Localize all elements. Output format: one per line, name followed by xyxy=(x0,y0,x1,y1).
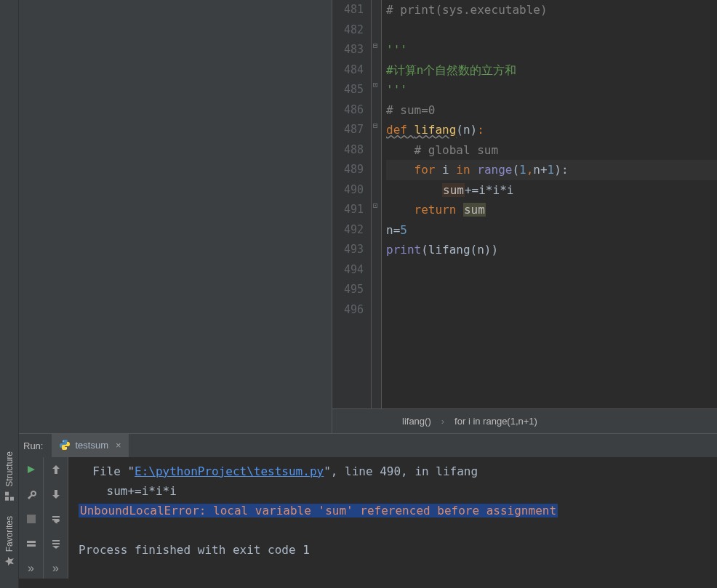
line-number[interactable]: 481 xyxy=(332,0,364,20)
scroll-to-end-icon[interactable] xyxy=(48,536,64,552)
code-line[interactable]: # global sum xyxy=(386,140,717,161)
code-line[interactable]: for i in range(1,n+1): xyxy=(386,160,717,180)
run-label: Run: xyxy=(23,440,43,451)
console-text: sum+=i*i*i xyxy=(79,484,177,498)
code-line[interactable] xyxy=(386,300,717,321)
line-number[interactable]: 482 xyxy=(332,20,364,41)
svg-rect-7 xyxy=(27,515,36,523)
line-number[interactable]: 489 xyxy=(332,160,364,180)
console-error: UnboundLocalError: local variable 'sum' … xyxy=(79,504,558,517)
svg-rect-2 xyxy=(10,497,14,501)
file-link[interactable]: E:\pythonProject\testsum.py xyxy=(135,464,324,478)
favorites-tool-tab[interactable]: Favorites xyxy=(1,509,17,573)
line-number[interactable]: 491 xyxy=(332,200,364,220)
code-line[interactable]: print(lifang(n)) xyxy=(386,240,717,260)
soft-wrap-icon[interactable] xyxy=(48,511,64,527)
close-icon[interactable]: × xyxy=(116,440,121,451)
fold-close-icon[interactable]: ⊡ xyxy=(373,201,380,207)
code-content[interactable]: # print(sys.executable)'''#计算n个自然数的立方和''… xyxy=(382,0,717,408)
svg-marker-3 xyxy=(5,557,14,565)
line-number[interactable]: 483 xyxy=(332,40,364,60)
line-number[interactable]: 492 xyxy=(332,220,364,241)
python-icon xyxy=(59,439,71,451)
structure-icon xyxy=(4,491,15,502)
run-header: Run: testsum × xyxy=(19,434,717,457)
svg-rect-0 xyxy=(5,497,9,501)
line-number[interactable]: 485 xyxy=(332,80,364,100)
structure-tool-tab[interactable]: Structure xyxy=(1,444,17,509)
structure-label: Structure xyxy=(4,451,15,487)
code-line[interactable] xyxy=(386,280,717,300)
left-tool-sidebar: Structure Favorites xyxy=(0,0,19,588)
svg-marker-12 xyxy=(52,546,60,549)
line-number-gutter[interactable]: 4814824834844854864874884894904914924934… xyxy=(332,0,372,408)
chevron-right-icon: › xyxy=(441,416,444,427)
code-line[interactable]: def lifang(n): xyxy=(386,120,717,140)
code-line[interactable]: return sum xyxy=(386,200,717,220)
line-number[interactable]: 487 xyxy=(332,120,364,140)
run-config-tab[interactable]: testsum × xyxy=(52,434,128,457)
svg-marker-6 xyxy=(28,466,35,473)
breadcrumb-bar: lifang() › for i in range(1,n+1) xyxy=(332,408,717,433)
more-icon[interactable]: » xyxy=(23,560,39,576)
line-number[interactable]: 494 xyxy=(332,260,364,281)
line-number[interactable]: 484 xyxy=(332,60,364,81)
arrow-down-icon[interactable] xyxy=(48,486,64,502)
run-tab-name: testsum xyxy=(75,440,108,451)
svg-point-5 xyxy=(66,448,67,448)
code-line[interactable]: sum+=i*i*i xyxy=(386,180,717,201)
line-number[interactable]: 493 xyxy=(332,240,364,260)
breadcrumb-item[interactable]: lifang() xyxy=(402,416,431,427)
console-text: File " xyxy=(79,464,135,478)
favorites-label: Favorites xyxy=(4,516,15,552)
fold-open-icon[interactable]: ⊟ xyxy=(373,121,380,127)
code-line[interactable]: # print(sys.executable) xyxy=(386,0,717,20)
code-line[interactable]: n=5 xyxy=(386,220,717,241)
code-line[interactable] xyxy=(386,20,717,41)
svg-rect-9 xyxy=(27,544,36,547)
svg-point-4 xyxy=(63,440,64,441)
layout-icon[interactable] xyxy=(23,536,39,552)
console-text: Process finished with exit code 1 xyxy=(79,543,310,557)
fold-close-icon[interactable]: ⊡ xyxy=(373,80,380,86)
line-number[interactable]: 490 xyxy=(332,180,364,201)
code-line[interactable]: ''' xyxy=(386,40,717,60)
code-line[interactable]: ''' xyxy=(386,80,717,100)
run-tool-window: Run: testsum × » » File "E:\pythonProjec… xyxy=(19,433,717,579)
more-icon[interactable]: » xyxy=(48,560,64,576)
run-actions-primary: » xyxy=(19,457,44,579)
breadcrumb-item[interactable]: for i in range(1,n+1) xyxy=(454,416,537,427)
star-icon xyxy=(4,556,15,566)
line-number[interactable]: 495 xyxy=(332,280,364,300)
svg-rect-8 xyxy=(27,541,36,543)
console-text: ", line 490, in lifang xyxy=(324,464,478,478)
line-number[interactable]: 496 xyxy=(332,300,364,321)
svg-rect-1 xyxy=(5,492,9,496)
code-line[interactable] xyxy=(386,260,717,281)
wrench-icon[interactable] xyxy=(23,486,39,502)
stop-button[interactable] xyxy=(23,511,39,527)
console-output[interactable]: File "E:\pythonProject\testsum.py", line… xyxy=(68,457,717,579)
code-line[interactable]: # sum=0 xyxy=(386,100,717,121)
svg-rect-10 xyxy=(52,540,60,541)
arrow-up-icon[interactable] xyxy=(48,462,64,478)
fold-open-icon[interactable]: ⊟ xyxy=(373,41,380,47)
run-actions-secondary: » xyxy=(44,457,68,579)
line-number[interactable]: 488 xyxy=(332,140,364,161)
rerun-button[interactable] xyxy=(23,462,39,478)
project-tool-window[interactable] xyxy=(19,0,332,433)
line-number[interactable]: 486 xyxy=(332,100,364,121)
svg-rect-11 xyxy=(52,543,60,544)
fold-column[interactable]: ⊟ ⊡ ⊟ ⊡ xyxy=(372,0,382,408)
code-line[interactable]: #计算n个自然数的立方和 xyxy=(386,60,717,81)
code-editor[interactable]: 4814824834844854864874884894904914924934… xyxy=(332,0,717,433)
